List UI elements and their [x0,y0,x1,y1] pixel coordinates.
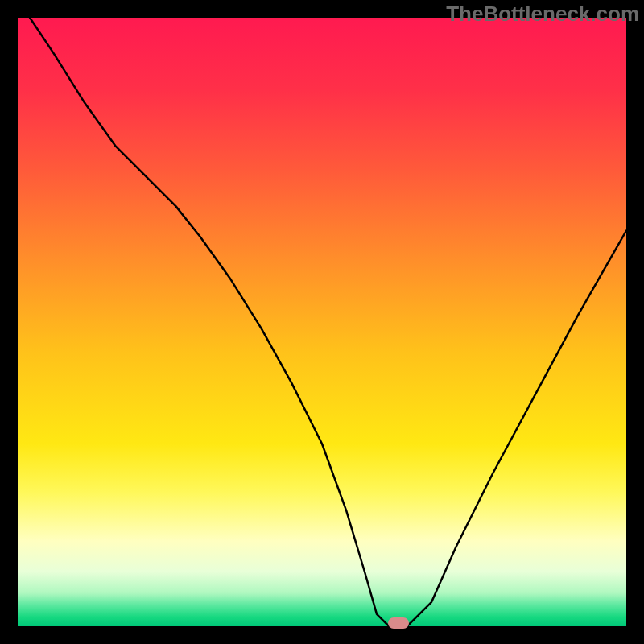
optimal-point-marker [388,617,409,629]
watermark-text: TheBottleneck.com [446,2,639,27]
chart-canvas [18,18,626,626]
chart-background-gradient [18,18,626,626]
